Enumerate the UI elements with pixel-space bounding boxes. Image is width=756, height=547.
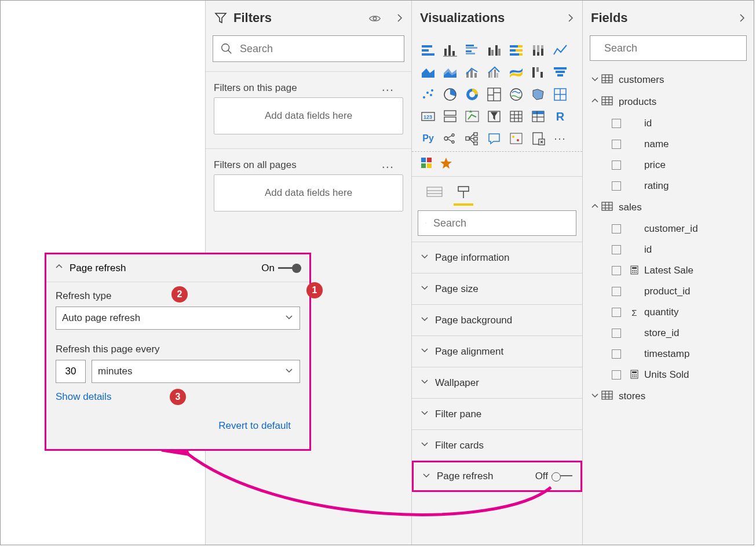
field-checkbox[interactable] (612, 119, 621, 128)
more-icon[interactable]: ··· (382, 82, 394, 97)
fields-search[interactable] (590, 35, 747, 61)
field-row[interactable]: id (608, 113, 748, 134)
collapse-pane-icon[interactable] (395, 13, 404, 25)
viz-table-icon[interactable] (507, 107, 525, 126)
viz-filled-map-icon[interactable] (529, 85, 547, 104)
table-row[interactable]: products (589, 91, 748, 113)
interval-value-input[interactable] (56, 360, 86, 383)
field-checkbox[interactable] (612, 245, 621, 254)
store-visuals-icon[interactable] (420, 156, 433, 172)
svg-rect-41 (557, 74, 563, 76)
viz-kpi-icon[interactable] (463, 107, 481, 126)
filter-icon (214, 11, 228, 25)
field-row[interactable]: name (608, 134, 748, 155)
viz-pie-icon[interactable] (441, 85, 459, 104)
viz-multi-row-card-icon[interactable] (441, 107, 459, 126)
field-row[interactable]: timestamp (608, 344, 748, 364)
field-checkbox[interactable] (612, 370, 621, 380)
table-row[interactable]: stores (589, 385, 748, 407)
table-row[interactable]: customers (589, 69, 748, 91)
field-checkbox[interactable] (612, 266, 621, 275)
viz-qa-icon[interactable] (485, 129, 503, 148)
filters-page-dropzone[interactable]: Add data fields here (214, 97, 403, 134)
format-group[interactable]: Page information (412, 242, 582, 273)
viz-ribbon-chart-icon[interactable] (507, 63, 525, 82)
field-row[interactable]: product_id (608, 281, 748, 302)
viz-treemap-icon[interactable] (485, 85, 503, 104)
format-tab[interactable] (449, 179, 478, 205)
field-checkbox[interactable] (612, 224, 621, 234)
filters-all-dropzone[interactable]: Add data fields here (214, 174, 403, 211)
report-canvas[interactable]: Page refresh On Refresh type Auto page r… (1, 1, 206, 545)
filters-search[interactable] (213, 35, 404, 62)
viz-line-stacked-column-icon[interactable] (463, 63, 481, 82)
viz-funnel-icon[interactable] (551, 63, 569, 82)
svg-rect-3 (422, 49, 429, 52)
viz-stacked-column-icon[interactable] (441, 41, 459, 60)
viz-matrix-icon[interactable] (529, 107, 547, 126)
field-row[interactable]: Latest Sale (608, 260, 748, 281)
viz-decomposition-tree-icon[interactable] (463, 129, 481, 148)
viz-clustered-bar-icon[interactable] (463, 41, 481, 60)
field-row[interactable]: rating (608, 176, 748, 196)
field-row[interactable]: id (608, 239, 748, 260)
field-checkbox[interactable] (612, 349, 621, 359)
revert-to-default-link[interactable]: Revert to default (218, 420, 291, 431)
viz-map-icon[interactable] (507, 85, 525, 104)
format-group[interactable]: Filter pane (412, 398, 582, 429)
field-row[interactable]: Σquantity (608, 302, 748, 323)
viz-clustered-column-icon[interactable] (485, 41, 503, 60)
field-name: store_id (644, 327, 679, 339)
callout-header[interactable]: Page refresh On (46, 254, 309, 282)
format-group[interactable]: Page size (412, 273, 582, 304)
viz-100-stacked-bar-icon[interactable] (507, 41, 525, 60)
chevron-down-icon (284, 366, 294, 378)
field-row[interactable]: Units Sold (608, 364, 748, 385)
viz-slicer-icon[interactable] (485, 107, 503, 126)
filters-search-input[interactable] (239, 42, 397, 56)
viz-paginated-report-icon[interactable] (529, 129, 547, 148)
viz-card-icon[interactable]: 123 (419, 107, 437, 126)
format-search-input[interactable] (432, 217, 569, 230)
viz-r-visual-icon[interactable]: R (551, 107, 569, 126)
viz-python-visual-icon[interactable]: Py (419, 129, 437, 148)
fields-tab[interactable] (420, 179, 449, 205)
viz-line-chart-icon[interactable] (551, 41, 569, 60)
refresh-type-dropdown[interactable]: Auto page refresh (56, 307, 300, 330)
viz-more-icon[interactable]: ··· (551, 129, 569, 148)
viz-stacked-bar-icon[interactable] (419, 41, 437, 60)
viz-stacked-area-icon[interactable] (441, 63, 459, 82)
viz-area-chart-icon[interactable] (419, 63, 437, 82)
format-group[interactable]: Page background (412, 304, 582, 336)
viz-line-clustered-column-icon[interactable] (485, 63, 503, 82)
field-checkbox[interactable] (612, 161, 621, 170)
field-row[interactable]: store_id (608, 323, 748, 344)
viz-donut-icon[interactable] (463, 85, 481, 104)
collapse-pane-icon[interactable] (737, 13, 747, 25)
viz-scatter-icon[interactable] (419, 85, 437, 104)
field-row[interactable]: customer_id (608, 218, 748, 239)
viz-shape-map-icon[interactable] (551, 85, 569, 104)
eye-icon[interactable] (368, 12, 381, 27)
table-row[interactable]: sales (589, 196, 748, 218)
format-group[interactable]: Page alignment (412, 336, 582, 367)
field-checkbox[interactable] (612, 140, 621, 149)
more-icon[interactable]: ··· (382, 159, 394, 174)
field-checkbox[interactable] (612, 181, 621, 191)
field-row[interactable]: price (608, 155, 748, 176)
field-checkbox[interactable] (612, 329, 621, 338)
fields-search-input[interactable] (603, 42, 740, 55)
field-checkbox[interactable] (612, 308, 621, 317)
format-search[interactable] (418, 210, 576, 236)
format-group[interactable]: Wallpaper (412, 367, 582, 398)
show-details-link[interactable]: Show details (56, 391, 111, 402)
viz-smart-narrative-icon[interactable] (507, 129, 525, 148)
viz-key-influencers-icon[interactable] (441, 129, 459, 148)
field-checkbox[interactable] (612, 287, 621, 296)
collapse-pane-icon[interactable] (566, 13, 575, 25)
toggle-on[interactable] (278, 264, 301, 273)
viz-100-stacked-column-icon[interactable] (529, 41, 547, 60)
viz-waterfall-icon[interactable] (529, 63, 547, 82)
interval-unit-dropdown[interactable]: minutes (92, 360, 300, 383)
pin-visual-icon[interactable] (440, 156, 452, 172)
